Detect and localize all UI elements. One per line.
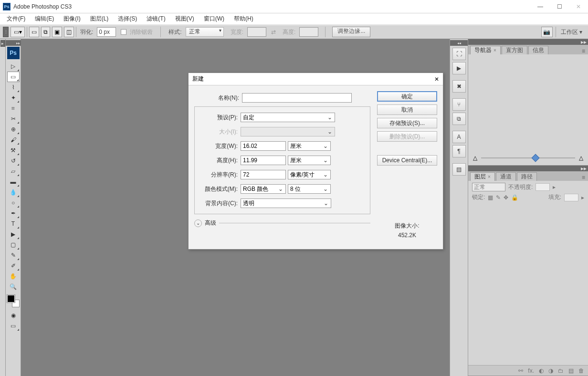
navigator-icon[interactable]: ⛶ — [452, 48, 466, 60]
move-tool-icon[interactable]: ▷ — [7, 61, 20, 72]
res-unit-select[interactable]: 像素/英寸 — [288, 170, 331, 179]
width-unit-select[interactable]: 厘米 — [288, 141, 331, 151]
actions-icon[interactable]: ▤ — [452, 163, 466, 176]
ok-button[interactable]: 确定 — [377, 91, 437, 102]
feather-input[interactable] — [97, 27, 116, 37]
shape-tool-icon[interactable]: ▢ — [7, 240, 20, 250]
new-layer-icon[interactable]: ▤ — [568, 367, 574, 374]
panel-menu-icon[interactable]: ≡ — [579, 174, 588, 181]
close-button[interactable]: ✕ — [569, 1, 588, 12]
tab-layers[interactable]: 图层× — [470, 172, 495, 181]
menu-help[interactable]: 帮助(H) — [229, 14, 258, 24]
res-input[interactable] — [241, 170, 286, 179]
menu-layer[interactable]: 图层(L) — [85, 14, 114, 24]
tools-header[interactable]: ▸▸ — [6, 40, 21, 46]
zoom-slider[interactable]: △ △ — [473, 155, 583, 161]
panel-menu-icon[interactable]: ≡ — [579, 48, 588, 54]
lock-all-icon[interactable]: 🔒 — [511, 194, 518, 201]
minimize-button[interactable]: — — [531, 1, 550, 12]
brush-tool-icon[interactable]: 🖌 — [7, 135, 20, 145]
paragraph-icon[interactable]: ¶ — [452, 145, 466, 157]
style-select[interactable]: 正常 — [186, 27, 224, 37]
hand-tool-icon[interactable]: ✋ — [7, 271, 20, 282]
fill-input[interactable] — [564, 194, 578, 201]
tab-info[interactable]: 信息 — [528, 46, 548, 54]
stamp-tool-icon[interactable]: ⚒ — [7, 145, 20, 156]
blur-tool-icon[interactable]: 💧 — [7, 187, 20, 198]
lock-trans-icon[interactable]: ▦ — [488, 194, 493, 201]
sel-intersect-icon[interactable]: ◫ — [64, 27, 74, 37]
mode-select[interactable]: RGB 颜色 — [241, 184, 286, 194]
opacity-arrow-icon[interactable]: ▸ — [553, 184, 556, 190]
save-preset-button[interactable]: 存储预设(S)... — [377, 118, 437, 128]
layer-fx-icon[interactable]: fx. — [528, 367, 534, 374]
tab-paths[interactable]: 路径 — [517, 172, 537, 181]
menu-window[interactable]: 窗口(W) — [199, 14, 229, 24]
history-brush-icon[interactable]: ↺ — [7, 156, 20, 166]
layers-panel-header[interactable]: ▸▸ — [468, 166, 588, 171]
depth-select[interactable]: 8 位 — [288, 184, 331, 194]
lasso-tool-icon[interactable]: ⌇ — [7, 82, 20, 93]
bridge-icon[interactable]: 📷 — [541, 27, 553, 37]
fg-color-swatch[interactable] — [7, 295, 15, 303]
group-layers-icon[interactable]: 🗀 — [558, 367, 564, 374]
sel-new-icon[interactable]: ▭ — [29, 27, 39, 37]
swap-wh-icon[interactable]: ⇄ — [271, 29, 276, 35]
refine-edge-button[interactable]: 调整边缘... — [332, 27, 370, 37]
wand-tool-icon[interactable]: ✦ — [7, 93, 20, 103]
color-icon[interactable]: ✖ — [452, 80, 466, 93]
delete-layer-icon[interactable]: 🗑 — [578, 367, 584, 374]
slice-tool-icon[interactable]: ✂ — [7, 114, 20, 124]
menu-edit[interactable]: 编辑(E) — [30, 14, 59, 24]
close-icon[interactable]: × — [494, 48, 496, 53]
eraser-tool-icon[interactable]: ▱ — [7, 166, 20, 177]
height-input[interactable] — [241, 156, 286, 165]
character-icon[interactable]: A — [452, 131, 466, 143]
link-layers-icon[interactable]: ⚯ — [518, 367, 523, 374]
lock-pos-icon[interactable]: ✥ — [504, 194, 508, 201]
width-input[interactable] — [241, 141, 286, 151]
zoom-out-icon[interactable]: △ — [473, 155, 477, 161]
fill-arrow-icon[interactable]: ▸ — [581, 194, 584, 201]
tab-channels[interactable]: 通道 — [496, 172, 516, 181]
workspace-menu[interactable]: 工作区 ▾ — [561, 28, 582, 36]
antialias-checkbox[interactable] — [121, 29, 126, 35]
preset-select[interactable]: 自定 — [241, 113, 335, 122]
sel-add-icon[interactable]: ⧉ — [41, 27, 50, 37]
marquee-tool-icon[interactable]: ▭ — [7, 72, 20, 82]
options-grip[interactable]: ⋮ — [3, 27, 9, 37]
nav-panel-header[interactable]: ▸▸ — [468, 39, 588, 45]
advanced-toggle[interactable]: ⌄ 高级 — [194, 219, 370, 227]
tab-histogram[interactable]: 直方图 — [502, 46, 527, 54]
heal-tool-icon[interactable]: ⊕ — [7, 124, 20, 135]
adjust-layer-icon[interactable]: ◑ — [548, 367, 553, 374]
bg-select[interactable]: 透明 — [241, 198, 331, 208]
dialog-close-icon[interactable]: ✕ — [434, 76, 439, 83]
quickmask-icon[interactable]: ◉ — [7, 310, 20, 321]
lock-pixels-icon[interactable]: ✎ — [496, 194, 501, 201]
dialog-titlebar[interactable]: 新建 ✕ — [189, 73, 443, 85]
name-input[interactable] — [242, 93, 352, 103]
maximize-button[interactable]: ☐ — [550, 1, 569, 12]
crop-tool-icon[interactable]: ⌗ — [7, 103, 20, 114]
screenmode-icon[interactable]: ▭ — [7, 321, 20, 331]
tab-navigator[interactable]: 导航器× — [470, 46, 501, 54]
eyedropper-tool-icon[interactable]: ✐ — [7, 261, 20, 271]
blend-mode-select[interactable]: 正常 — [472, 183, 505, 191]
opacity-input[interactable] — [536, 183, 550, 191]
left-dock-tab[interactable]: ▸ — [0, 40, 5, 47]
menu-file[interactable]: 文件(F) — [2, 14, 30, 24]
cancel-button[interactable]: 取消 — [377, 104, 437, 115]
notes-tool-icon[interactable]: ✎ — [7, 250, 20, 261]
histogram-icon[interactable]: ▶ — [452, 62, 466, 74]
right-dock-header[interactable]: ◂◂ — [450, 40, 468, 46]
dodge-tool-icon[interactable]: ○ — [7, 198, 20, 208]
pen-tool-icon[interactable]: ✒ — [7, 208, 20, 219]
height-unit-select[interactable]: 厘米 — [288, 156, 331, 165]
path-select-icon[interactable]: ▶ — [7, 229, 20, 240]
sel-sub-icon[interactable]: ▣ — [52, 27, 62, 37]
color-swatches[interactable] — [7, 295, 20, 307]
menu-select[interactable]: 选择(S) — [113, 14, 142, 24]
menu-image[interactable]: 图像(I) — [59, 14, 85, 24]
layer-mask-icon[interactable]: ◐ — [539, 367, 544, 374]
